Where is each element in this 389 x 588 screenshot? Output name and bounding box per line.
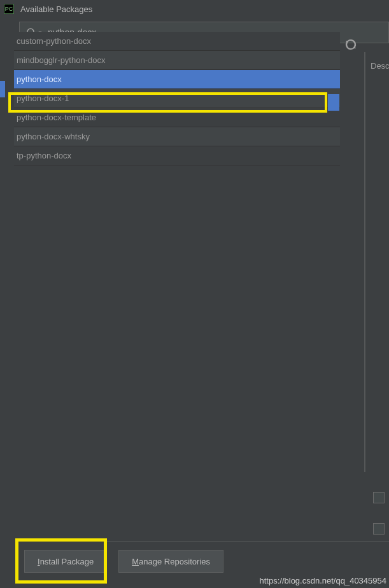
package-name: python-docx <box>17 74 62 84</box>
window-title: Available Packages <box>20 4 92 14</box>
refresh-button[interactable] <box>344 38 357 51</box>
list-item[interactable]: python-docx-template <box>14 108 340 127</box>
horizontal-divider <box>19 541 389 542</box>
button-row: Install Package Manage Repositories <box>24 550 223 573</box>
left-rail-highlight <box>0 81 5 97</box>
left-rail <box>0 18 5 559</box>
install-package-button[interactable]: Install Package <box>24 550 107 573</box>
option-checkbox[interactable] <box>373 523 385 535</box>
pycharm-icon: PC <box>4 4 14 14</box>
watermark-text: https://blog.csdn.net/qq_40345954 <box>260 576 387 585</box>
package-name: python-docx-template <box>17 113 96 122</box>
package-list: custom-python-docx mindbogglr-python-doc… <box>14 32 340 540</box>
package-name: custom-python-docx <box>17 36 91 46</box>
refresh-icon <box>344 38 357 51</box>
list-item-selected[interactable]: python-docx <box>14 70 340 89</box>
list-item[interactable]: python-docx-1 <box>14 89 340 108</box>
button-label: nstall Package <box>40 557 94 566</box>
vertical-divider[interactable] <box>364 52 365 472</box>
option-checkbox[interactable] <box>373 492 385 503</box>
list-item[interactable]: python-docx-whtsky <box>14 127 340 146</box>
package-name: python-docx-whtsky <box>17 132 90 141</box>
selection-overflow <box>328 94 339 111</box>
button-label: anage Repositories <box>139 557 210 566</box>
list-item[interactable]: tp-python-docx <box>14 146 340 165</box>
mnemonic: M <box>132 557 139 566</box>
list-item[interactable]: mindbogglr-python-docx <box>14 51 340 70</box>
manage-repositories-button[interactable]: Manage Repositories <box>118 550 223 573</box>
description-label: Descr <box>371 61 389 71</box>
title-bar: PC Available Packages <box>0 0 389 18</box>
package-name: tp-python-docx <box>17 151 71 160</box>
package-name: mindbogglr-python-docx <box>17 55 105 65</box>
list-item[interactable]: custom-python-docx <box>14 32 340 51</box>
package-name: python-docx-1 <box>17 94 69 103</box>
